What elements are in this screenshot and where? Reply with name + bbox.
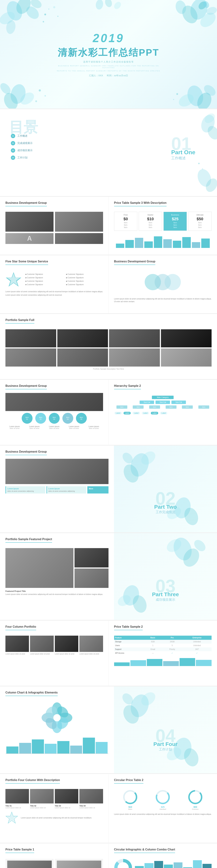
toc-items-list: 01 工作概述 02 完成成绩展示 03 成功项目展示 04 工作计划 — [11, 134, 38, 160]
circ-price-2: $25 Standard — [156, 790, 170, 810]
stat-4: Lorem ipsum dolor sit amet — [65, 426, 83, 429]
cb-1 — [135, 866, 144, 868]
venn-text: Lorem ipsum dolor sit amet consectetur a… — [114, 298, 212, 303]
tier-starter: Starter — [140, 214, 161, 216]
svg-point-21 — [0, 81, 12, 96]
pt1-img-2 — [57, 861, 101, 868]
p4c-title-1: Title 01 — [5, 805, 29, 807]
flower-svg — [41, 702, 73, 734]
ccbar-1 — [6, 746, 19, 753]
pt2-r3-feature: Support — [114, 647, 144, 651]
hb-title-3: More — [89, 488, 107, 490]
svg-point-69 — [120, 691, 135, 707]
mini-bar-4 — [163, 661, 179, 666]
flower-infographic — [41, 702, 73, 734]
svg-point-84 — [120, 864, 127, 868]
pt2-r3-basic: Email — [144, 647, 162, 651]
svg-point-17 — [202, 0, 210, 9]
venn-diagram — [145, 272, 181, 294]
pt2-header-feature: Feature — [114, 636, 144, 640]
slide-6: Business Development Group Item01 Item02… — [0, 380, 217, 445]
slide-9: Four Column Portfolio Lorem ipsum dolor … — [0, 621, 217, 686]
pt2-r1-pro: 20GB — [162, 640, 182, 644]
svg-point-14 — [174, 0, 188, 15]
presenter-info: 汇报人：XXX 时间：xx年xx月xx日 — [54, 74, 163, 77]
part-four-subtitle: 工作计划 — [153, 747, 177, 751]
info-circle-2: Item02 — [35, 413, 46, 424]
price-business: $25 — [164, 217, 186, 221]
port4-grid — [5, 789, 103, 803]
service-item-1: ■ Customer Signature — [25, 273, 62, 276]
bar-4 — [144, 241, 153, 248]
column-chart-left: Column Chart & Infographic Elements — [0, 686, 114, 773]
toc-label-1: 工作概述 — [18, 134, 28, 137]
slide10-left-header: Column Chart & Infographic Elements — [5, 691, 58, 696]
price-biz-item3: Item — [164, 226, 186, 228]
svg-point-31 — [95, 0, 104, 10]
tag-row: Label Label Label Label Label Label — [114, 411, 212, 415]
five-star-left: Five Star Some Unique Service ■ Customer… — [0, 255, 108, 313]
feat-photo-top-right — [74, 548, 108, 567]
svg-point-40 — [202, 168, 203, 169]
star-info-desc: Lorem ipsum dolor sit amet consectetur a… — [21, 817, 103, 819]
presenter-label: 汇报人：XXX — [89, 74, 103, 77]
price-starter-item2: Item — [140, 224, 161, 226]
p4c-photo-1 — [5, 789, 29, 803]
hier-bot-2: Item — [133, 405, 144, 409]
bar-chart-container — [114, 234, 212, 248]
text-content-area: Lorem ipsum dolor sit amet consectetur a… — [5, 290, 103, 297]
svg-point-6 — [44, 13, 46, 16]
svg-point-50 — [170, 535, 194, 563]
part-two-subtitle: 工作完成情况 — [154, 510, 177, 514]
stat-label-1: Lorem ipsum — [5, 426, 24, 428]
svg-point-19 — [1, 91, 20, 108]
circ-p1-label: Basic — [123, 808, 137, 810]
subtitle-en2: REPORTS TO THE ANNUAL REPORT SUMMARY REP… — [54, 70, 163, 72]
part-four-label: 04 Part Four 工作计划 — [153, 726, 177, 751]
portfolio-photo-7 — [109, 348, 160, 367]
toc-item-4: 04 工作计划 — [11, 156, 38, 160]
hierarchy-right: Hierarchy Sample 2 Main Category Sub Cat… — [108, 380, 217, 445]
subtitle-en1: BUSINESS REPORT GENERAL SUMMARY PPT TEMP… — [54, 65, 163, 68]
circle-label-2: Item02 — [39, 416, 42, 420]
svg-point-20 — [18, 90, 36, 107]
slide-10: Column Chart & Infographic Elements — [0, 686, 217, 773]
toc-num-3: 03 — [11, 148, 15, 153]
svg-point-28 — [202, 83, 217, 98]
fcol-photo-1 — [5, 636, 29, 652]
p4c-text-row: Title 01 Lorem ipsum dolor sit Title 02 … — [5, 805, 103, 809]
portfolio-photo-5 — [5, 348, 56, 367]
p4c-photo-3 — [55, 789, 78, 803]
slide-5: Portfolio Sample Full Portfolio Sample D… — [0, 314, 217, 379]
year-text: 2019 — [54, 31, 163, 45]
toc-num-2: 02 — [11, 141, 15, 145]
circ-desc-text: Lorem ipsum dolor sit amet consectetur a… — [114, 813, 212, 815]
pt2-r1-basic: 5GB — [144, 640, 162, 644]
p4c-title-4: Title 04 — [80, 805, 103, 807]
pt2-r3-pro: Priority — [162, 647, 182, 651]
circle-label-4: Item04 — [66, 416, 69, 420]
cb-5 — [174, 862, 183, 868]
cb-6 — [183, 867, 192, 868]
price-free-item1: Item — [115, 222, 136, 224]
svg-point-3 — [24, 4, 41, 21]
p4c-title-2: Title 02 — [30, 805, 54, 807]
hierarchy-diagram: Main Category Sub Cat Sub Cat Sub Cat It… — [114, 396, 212, 415]
price-table: Free $0 Item Item Item Starter $10 Item … — [114, 212, 212, 231]
svg-point-12 — [179, 3, 200, 26]
main-title: 清新水彩工作总结PPT — [54, 46, 163, 59]
stat-label-3: Lorem ipsum — [45, 426, 63, 428]
infographic-combo: Series A Series B — [114, 859, 212, 868]
svg-point-34 — [199, 113, 217, 134]
pt2-r4-feature: API Access — [114, 651, 144, 655]
hier-mid-1: Sub Cat — [140, 401, 154, 404]
svg-point-27 — [177, 92, 196, 108]
stat-2: Lorem ipsum dolor sit amet — [25, 426, 44, 429]
svg-point-55 — [130, 593, 149, 615]
bar-3 — [135, 238, 144, 248]
fcol-text-1: Lorem ipsum dolor sit amet — [5, 653, 29, 655]
svg-point-9 — [53, 6, 55, 8]
stat-label-2: Lorem ipsum — [25, 426, 44, 428]
star-content: ■ Customer Signature ■ Customer Signatur… — [5, 271, 103, 287]
stat-3: Lorem ipsum dolor sit amet — [45, 426, 63, 429]
